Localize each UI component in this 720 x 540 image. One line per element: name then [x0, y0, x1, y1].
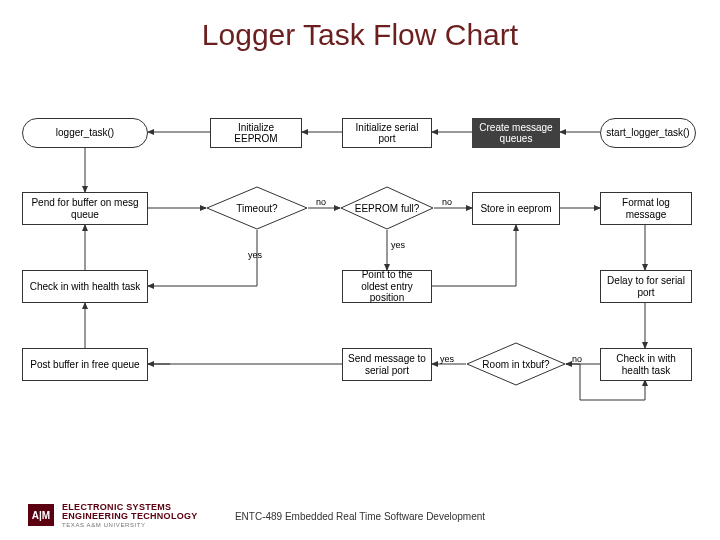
edge-txbuf-yes: yes — [440, 354, 454, 364]
edge-txbuf-no: no — [572, 354, 582, 364]
node-init-serial: Initialize serial port — [342, 118, 432, 148]
node-send-serial: Send message to serial port — [342, 348, 432, 381]
node-start-logger: start_logger_task() — [600, 118, 696, 148]
node-timeout-decision: Timeout? — [206, 186, 308, 230]
edge-eeprom-no: no — [442, 197, 452, 207]
edge-timeout-yes: yes — [248, 250, 262, 260]
node-store-eeprom: Store in eeprom — [472, 192, 560, 225]
flowchart: logger_task() Initialize EEPROM Initiali… — [20, 100, 700, 470]
edge-timeout-no: no — [316, 197, 326, 207]
node-pend-buffer: Pend for buffer on mesg queue — [22, 192, 148, 225]
node-init-eeprom: Initialize EEPROM — [210, 118, 302, 148]
node-delay-serial: Delay to for serial port — [600, 270, 692, 303]
node-format-log: Format log message — [600, 192, 692, 225]
node-eeprom-full-decision: EEPROM full? — [340, 186, 434, 230]
node-room-txbuf-decision: Room in txbuf? — [466, 342, 566, 386]
node-post-buffer: Post buffer in free queue — [22, 348, 148, 381]
edge-eeprom-yes: yes — [391, 240, 405, 250]
footer-text: ENTC-489 Embedded Real Time Software Dev… — [0, 511, 720, 522]
node-checkin-health-1: Check in with health task — [22, 270, 148, 303]
node-logger-task: logger_task() — [22, 118, 148, 148]
node-point-oldest: Point to the oldest entry position — [342, 270, 432, 303]
node-checkin-health-2: Check in with health task — [600, 348, 692, 381]
page-title: Logger Task Flow Chart — [0, 18, 720, 52]
node-create-queues: Create message queues — [472, 118, 560, 148]
